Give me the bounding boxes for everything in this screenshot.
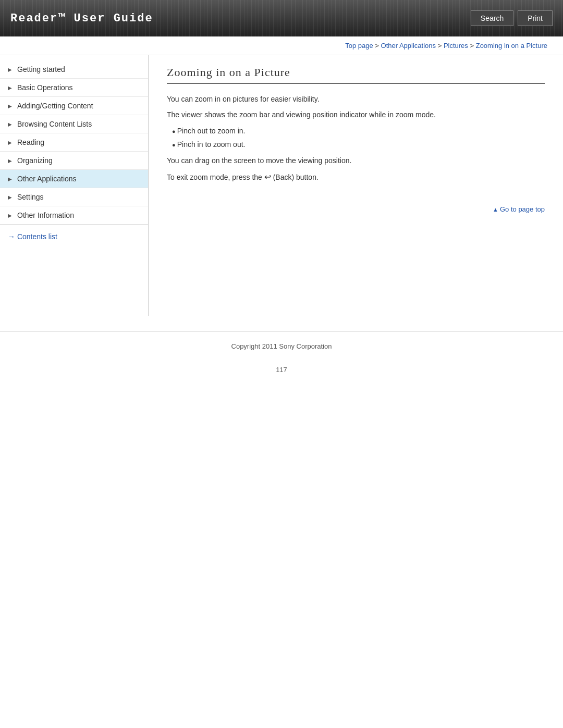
sidebar-item-label: Settings [17, 193, 44, 201]
breadcrumb-top-page[interactable]: Top page [345, 42, 373, 50]
sidebar-item-label: Getting started [17, 65, 65, 73]
paragraph-exit: To exit zoom mode, press the ↩ (Back) bu… [167, 170, 545, 184]
footer: Copyright 2011 Sony Corporation [0, 331, 563, 361]
breadcrumb-sep2: > [438, 42, 444, 50]
paragraph-drag: You can drag on the screen to move the v… [167, 155, 545, 166]
sidebar-item-adding-getting-content[interactable]: ▶ Adding/Getting Content [0, 97, 148, 115]
bullet-list: Pinch out to zoom in. Pinch in to zoom o… [172, 125, 545, 151]
chevron-right-icon: ▶ [8, 140, 13, 145]
sidebar-item-label: Browsing Content Lists [17, 120, 92, 128]
page-number: 117 [0, 361, 563, 379]
paragraph-exit-prefix: To exit zoom mode, press the [167, 173, 264, 181]
chevron-right-icon: ▶ [8, 194, 13, 200]
copyright-text: Copyright 2011 Sony Corporation [231, 342, 332, 350]
contents-list-link[interactable]: Contents list [8, 232, 57, 241]
chevron-right-icon: ▶ [8, 213, 13, 218]
print-button[interactable]: Print [518, 10, 553, 26]
chevron-right-icon: ▶ [8, 121, 13, 127]
breadcrumb-other-applications[interactable]: Other Applications [381, 42, 436, 50]
sidebar-item-label: Reading [17, 138, 44, 146]
content-body: You can zoom in on pictures for easier v… [167, 93, 545, 184]
sidebar-item-browsing-content-lists[interactable]: ▶ Browsing Content Lists [0, 115, 148, 133]
go-to-top-link[interactable]: Go to page top [493, 205, 545, 213]
search-button[interactable]: Search [471, 10, 513, 26]
bullet-item-1: Pinch out to zoom in. [172, 125, 545, 137]
chevron-right-icon: ▶ [8, 158, 13, 164]
sidebar: ▶ Getting started ▶ Basic Operations ▶ A… [0, 55, 149, 316]
sidebar-item-label: Basic Operations [17, 83, 73, 92]
sidebar-item-basic-operations[interactable]: ▶ Basic Operations [0, 79, 148, 97]
chevron-right-icon: ▶ [8, 103, 13, 109]
breadcrumb-current[interactable]: Zooming in on a Picture [476, 42, 547, 50]
sidebar-item-other-applications[interactable]: ▶ Other Applications [0, 170, 148, 188]
paragraph-2: The viewer shows the zoom bar and viewin… [167, 109, 545, 120]
sidebar-item-label: Adding/Getting Content [17, 102, 93, 110]
sidebar-item-label: Other Information [17, 211, 74, 219]
bullet-item-2: Pinch in to zoom out. [172, 139, 545, 150]
breadcrumb-sep3: > [470, 42, 475, 50]
breadcrumb-sep1: > [375, 42, 381, 50]
sidebar-item-other-information[interactable]: ▶ Other Information [0, 206, 148, 225]
breadcrumb: Top page > Other Applications > Pictures… [0, 36, 563, 55]
sidebar-footer: Contents list [0, 225, 148, 248]
chevron-right-icon: ▶ [8, 176, 13, 182]
sidebar-item-getting-started[interactable]: ▶ Getting started [0, 60, 148, 79]
sidebar-item-label: Other Applications [17, 175, 77, 183]
paragraph-exit-suffix: (Back) button. [273, 173, 319, 181]
breadcrumb-pictures[interactable]: Pictures [444, 42, 468, 50]
main-layout: ▶ Getting started ▶ Basic Operations ▶ A… [0, 55, 563, 316]
page-title: Zooming in on a Picture [167, 66, 545, 84]
sidebar-item-label: Organizing [17, 156, 53, 165]
paragraph-1: You can zoom in on pictures for easier v… [167, 93, 545, 105]
header-buttons: Search Print [471, 10, 553, 26]
sidebar-item-settings[interactable]: ▶ Settings [0, 188, 148, 206]
chevron-right-icon: ▶ [8, 85, 13, 91]
site-title: Reader™ User Guide [10, 12, 153, 25]
sidebar-item-organizing[interactable]: ▶ Organizing [0, 152, 148, 170]
chevron-right-icon: ▶ [8, 67, 13, 72]
main-content: Zooming in on a Picture You can zoom in … [149, 55, 563, 224]
back-icon: ↩ [264, 170, 271, 184]
sidebar-item-reading[interactable]: ▶ Reading [0, 133, 148, 152]
header: Reader™ User Guide Search Print [0, 0, 563, 36]
go-to-top-section: Go to page top [167, 200, 545, 213]
